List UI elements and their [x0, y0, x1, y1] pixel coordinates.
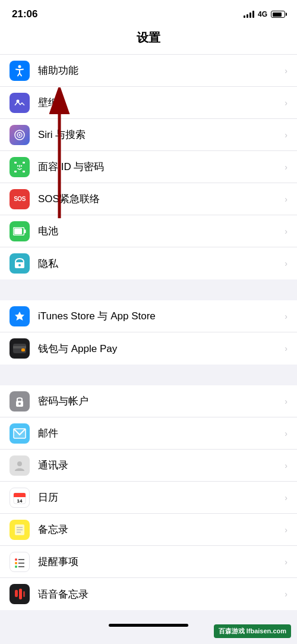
- itunes-chevron: ›: [285, 312, 287, 321]
- svg-rect-8: [14, 171, 17, 172]
- status-bar: 21:06 4G: [0, 0, 297, 25]
- calendar-label: 日历: [38, 491, 280, 504]
- appstore-icon: [10, 306, 30, 326]
- section-divider-2: [0, 365, 297, 385]
- settings-item-sos[interactable]: SOS SOS紧急联络 ›: [0, 183, 297, 215]
- siri-icon: [10, 125, 30, 145]
- reminders-chevron: ›: [285, 557, 287, 567]
- svg-rect-15: [14, 228, 22, 234]
- contacts-icon: [10, 455, 30, 476]
- status-icons: 4G: [244, 10, 285, 18]
- reminders-icon: [10, 552, 30, 572]
- svg-rect-19: [13, 346, 26, 348]
- calendar-icon: 14: [10, 488, 30, 508]
- battery-label: 电池: [38, 224, 280, 238]
- privacy-icon: [10, 253, 30, 274]
- svg-point-17: [18, 264, 21, 266]
- section-divider-1: [0, 279, 297, 300]
- svg-point-34: [15, 558, 17, 561]
- settings-item-privacy[interactable]: 隐私 ›: [0, 247, 297, 279]
- settings-item-mail[interactable]: 邮件 ›: [0, 417, 297, 450]
- svg-rect-42: [23, 591, 25, 597]
- faceid-label: 面容 ID 与密码: [38, 160, 280, 174]
- settings-item-itunes[interactable]: iTunes Store 与 App Store ›: [0, 300, 297, 332]
- sos-label: SOS紧急联络: [38, 192, 280, 206]
- mail-icon: [10, 423, 30, 444]
- passwords-label: 密码与帐户: [38, 394, 280, 408]
- itunes-label: iTunes Store 与 App Store: [38, 309, 280, 323]
- faceid-chevron: ›: [285, 162, 287, 172]
- svg-point-1: [18, 65, 21, 68]
- faceid-icon: [10, 157, 30, 177]
- watermark: 百森游戏 lfbaisen.com: [214, 624, 291, 638]
- passwords-icon: [10, 391, 30, 411]
- svg-rect-28: [14, 495, 26, 497]
- sos-chevron: ›: [285, 194, 287, 204]
- svg-point-11: [21, 165, 22, 166]
- settings-item-wallpaper[interactable]: 壁纸 ›: [0, 87, 297, 119]
- settings-item-reminders[interactable]: 提醒事项 ›: [0, 546, 297, 578]
- page-title: 设置: [137, 31, 160, 44]
- section-accessibility: 辅助功能 › 壁纸 › Siri 与搜索 ›: [0, 55, 297, 279]
- section-stores: iTunes Store 与 App Store › 钱包与 Apple Pay…: [0, 300, 297, 365]
- svg-rect-14: [24, 230, 26, 233]
- wallpaper-label: 壁纸: [38, 96, 280, 109]
- svg-point-10: [17, 165, 18, 166]
- battery-chevron: ›: [285, 227, 287, 236]
- reminders-label: 提醒事项: [38, 555, 280, 568]
- settings-item-contacts[interactable]: 通讯录 ›: [0, 450, 297, 482]
- page-title-bar: 设置: [0, 25, 297, 55]
- home-indicator: [109, 624, 188, 627]
- svg-rect-9: [23, 171, 25, 172]
- mail-label: 邮件: [38, 426, 280, 440]
- settings-item-accessibility[interactable]: 辅助功能 ›: [0, 55, 297, 87]
- voicememos-chevron: ›: [285, 589, 287, 599]
- settings-item-faceid[interactable]: 面容 ID 与密码 ›: [0, 151, 297, 183]
- wallet-chevron: ›: [285, 344, 287, 353]
- sos-icon: SOS: [10, 189, 30, 209]
- svg-rect-7: [23, 162, 25, 164]
- svg-point-25: [17, 461, 22, 466]
- battery-settings-icon: [10, 221, 30, 241]
- svg-point-22: [18, 403, 21, 405]
- siri-label: Siri 与搜索: [38, 128, 280, 142]
- svg-point-36: [15, 566, 17, 568]
- notes-label: 备忘录: [38, 523, 280, 536]
- mail-chevron: ›: [285, 429, 287, 438]
- wallet-icon: [10, 338, 30, 359]
- svg-text:14: 14: [17, 498, 23, 504]
- svg-rect-41: [19, 589, 22, 599]
- status-time: 21:06: [12, 8, 37, 20]
- calendar-chevron: ›: [285, 493, 287, 502]
- settings-item-calendar[interactable]: 14 日历 ›: [0, 482, 297, 514]
- svg-point-35: [15, 562, 17, 564]
- svg-rect-20: [21, 348, 25, 351]
- svg-point-5: [19, 134, 21, 136]
- voicememos-icon: [10, 584, 30, 604]
- contacts-chevron: ›: [285, 461, 287, 470]
- signal-icon: [244, 11, 254, 18]
- contacts-label: 通讯录: [38, 458, 280, 472]
- privacy-label: 隐私: [38, 257, 280, 271]
- settings-item-notes[interactable]: 备忘录 ›: [0, 514, 297, 546]
- settings-item-battery[interactable]: 电池 ›: [0, 215, 297, 247]
- wallet-label: 钱包与 Apple Pay: [38, 342, 280, 356]
- privacy-chevron: ›: [285, 259, 287, 268]
- network-type: 4G: [258, 10, 267, 18]
- svg-rect-40: [15, 590, 18, 597]
- accessibility-chevron: ›: [285, 66, 287, 76]
- battery-icon: [271, 11, 285, 18]
- section-apps: 密码与帐户 › 邮件 › 通讯录 ›: [0, 385, 297, 610]
- voicememos-label: 语音备忘录: [38, 588, 280, 601]
- notes-chevron: ›: [285, 525, 287, 535]
- svg-rect-6: [14, 162, 17, 164]
- notes-icon: [10, 520, 30, 540]
- settings-item-siri[interactable]: Siri 与搜索 ›: [0, 119, 297, 151]
- accessibility-icon: [10, 61, 30, 81]
- settings-item-wallet[interactable]: 钱包与 Apple Pay ›: [0, 332, 297, 365]
- settings-item-passwords[interactable]: 密码与帐户 ›: [0, 385, 297, 417]
- settings-item-voicememos[interactable]: 语音备忘录 ›: [0, 578, 297, 610]
- accessibility-label: 辅助功能: [38, 64, 280, 77]
- wallpaper-icon: [10, 93, 30, 113]
- wallpaper-chevron: ›: [285, 98, 287, 108]
